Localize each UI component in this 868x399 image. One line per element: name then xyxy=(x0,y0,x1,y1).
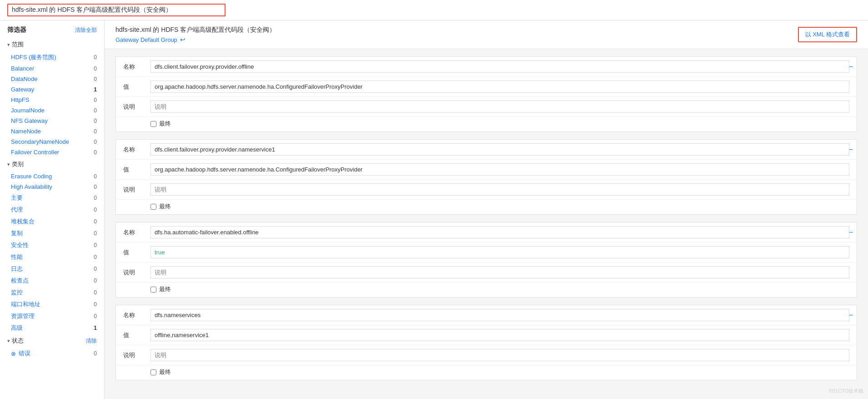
sidebar-item-label: HDFS (服务范围) xyxy=(11,53,56,61)
sidebar-item-count: 0 xyxy=(90,118,97,124)
config-final-row-2: 最终 xyxy=(116,200,857,214)
sidebar-item-log[interactable]: 日志 0 xyxy=(0,263,104,275)
sidebar-item-count: 0 xyxy=(90,195,97,201)
desc-input-3[interactable] xyxy=(151,266,849,278)
sidebar-item-label: JournalNode xyxy=(11,107,45,114)
final-checkbox-2[interactable] xyxy=(151,204,156,210)
page-title-input[interactable] xyxy=(7,4,226,16)
sidebar-item-label: Gateway xyxy=(11,86,34,93)
value-label-1: 值 xyxy=(123,83,151,91)
desc-input-2[interactable] xyxy=(151,183,849,196)
sidebar-item-advanced[interactable]: 高级 1 xyxy=(0,322,104,334)
sidebar-item-count: 0 xyxy=(90,139,97,145)
value-label-2: 值 xyxy=(123,166,151,174)
status-label: 状态 xyxy=(12,337,24,345)
sidebar-item-namenode[interactable]: NameNode 0 xyxy=(0,126,104,136)
value-input-4[interactable] xyxy=(151,329,849,341)
status-section-title: ▾ 状态 xyxy=(7,337,24,345)
sidebar-item-label: 安全性 xyxy=(11,241,29,249)
sidebar-item-count: 0 xyxy=(90,301,97,308)
status-error-label: 错误 xyxy=(19,349,30,358)
final-checkbox-3[interactable] xyxy=(151,287,156,293)
sidebar-item-stack[interactable]: 堆栈集合 0 xyxy=(0,216,104,227)
sidebar-item-count: 0 xyxy=(90,254,97,260)
config-entries: 名称 − 值 说明 最终 xyxy=(105,49,868,395)
config-final-row-1: 最终 xyxy=(116,117,857,131)
config-value-row-2: 值 xyxy=(116,160,857,180)
scope-label: 范围 xyxy=(12,40,24,49)
sidebar-item-secondary-namenode[interactable]: SecondaryNameNode 0 xyxy=(0,136,104,147)
desc-input-4[interactable] xyxy=(151,349,849,361)
config-final-row-3: 最终 xyxy=(116,283,857,297)
sidebar-item-balancer[interactable]: Balancer 0 xyxy=(0,63,104,74)
config-name-row-3: 名称 − xyxy=(116,222,857,242)
final-checkbox-4[interactable] xyxy=(151,369,156,375)
config-value-row-3: 值 xyxy=(116,242,857,263)
value-input-2[interactable] xyxy=(151,163,849,176)
sidebar-item-performance[interactable]: 性能 0 xyxy=(0,251,104,263)
sidebar: 筛选器 清除全部 ▾ 范围 HDFS (服务范围) 0 Balancer 0 D… xyxy=(0,20,105,399)
sidebar-item-count: 0 xyxy=(90,66,97,72)
sidebar-item-error[interactable]: ⊗ 错误 0 xyxy=(0,348,104,359)
desc-input-1[interactable] xyxy=(151,101,849,113)
sidebar-item-label: 复制 xyxy=(11,229,23,237)
name-label-3: 名称 xyxy=(123,228,151,237)
sidebar-item-ha[interactable]: High Availability 0 xyxy=(0,182,104,192)
config-entry-4: 名称 − 值 说明 最终 xyxy=(115,305,857,380)
status-clear-button[interactable]: 清除 xyxy=(86,337,97,345)
final-checkbox-1[interactable] xyxy=(151,121,156,127)
name-input-1[interactable] xyxy=(151,61,849,73)
config-value-row-1: 值 xyxy=(116,77,857,97)
sidebar-item-gateway[interactable]: Gateway 1 xyxy=(0,84,104,95)
sidebar-item-label: SecondaryNameNode xyxy=(11,138,69,145)
value-label-3: 值 xyxy=(123,248,151,257)
value-input-1[interactable] xyxy=(151,81,849,93)
desc-label-4: 说明 xyxy=(123,351,151,359)
config-desc-row-4: 说明 xyxy=(116,345,857,365)
sidebar-item-failover-controller[interactable]: Failover Controller 0 xyxy=(0,147,104,157)
sidebar-item-label: 日志 xyxy=(11,265,23,273)
sidebar-item-proxy[interactable]: 代理 0 xyxy=(0,204,104,216)
config-desc-row-2: 说明 xyxy=(116,180,857,200)
value-label-4: 值 xyxy=(123,331,151,339)
sidebar-item-nfs-gateway[interactable]: NFS Gateway 0 xyxy=(0,116,104,126)
sidebar-item-resource[interactable]: 资源管理 0 xyxy=(0,310,104,322)
xml-view-button[interactable]: 以 XML 格式查看 xyxy=(798,27,857,42)
sidebar-item-count: 0 xyxy=(90,278,97,284)
config-value-row-4: 值 xyxy=(116,325,857,345)
sidebar-item-count: 0 xyxy=(90,266,97,272)
delete-button-1[interactable]: − xyxy=(849,63,853,71)
sidebar-item-count: 1 xyxy=(90,86,97,93)
status-error-count: 0 xyxy=(90,350,97,357)
sidebar-item-label: HttpFS xyxy=(11,96,29,103)
name-input-3[interactable] xyxy=(151,226,849,238)
sidebar-item-label: Balancer xyxy=(11,65,34,72)
sidebar-item-replication[interactable]: 复制 0 xyxy=(0,227,104,239)
sidebar-item-checkpoint[interactable]: 检查点 0 xyxy=(0,275,104,287)
sidebar-item-monitor[interactable]: 监控 0 xyxy=(0,287,104,298)
name-input-4[interactable] xyxy=(151,309,849,321)
sidebar-item-count: 0 xyxy=(90,313,97,319)
sidebar-item-erasure[interactable]: Erasure Coding 0 xyxy=(0,171,104,182)
category-section-title: ▾ 类别 xyxy=(0,157,104,171)
delete-button-3[interactable]: − xyxy=(849,229,853,236)
content-header-left: hdfs-site.xml 的 HDFS 客户端高级配置代码段（安全阀） Gat… xyxy=(115,26,276,43)
delete-button-2[interactable]: − xyxy=(849,146,853,153)
clear-all-button[interactable]: 清除全部 xyxy=(75,26,97,34)
sidebar-item-ports[interactable]: 端口和地址 0 xyxy=(0,298,104,310)
sidebar-item-count: 0 xyxy=(90,289,97,296)
sidebar-item-datanode[interactable]: DataNode 0 xyxy=(0,74,104,84)
error-icon: ⊗ xyxy=(11,350,16,357)
sidebar-item-httpfs[interactable]: HttpFS 0 xyxy=(0,95,104,105)
status-section-header: ▾ 状态 清除 xyxy=(0,334,104,348)
sidebar-item-count: 0 xyxy=(90,230,97,237)
sidebar-item-security[interactable]: 安全性 0 xyxy=(0,239,104,251)
delete-button-4[interactable]: − xyxy=(849,312,853,319)
main-layout: 筛选器 清除全部 ▾ 范围 HDFS (服务范围) 0 Balancer 0 D… xyxy=(0,20,868,399)
sidebar-item-hdfs-service[interactable]: HDFS (服务范围) 0 xyxy=(0,51,104,63)
sidebar-item-journalnode[interactable]: JournalNode 0 xyxy=(0,105,104,116)
value-input-3[interactable] xyxy=(151,246,849,258)
name-input-2[interactable] xyxy=(151,143,849,156)
final-label-3: 最终 xyxy=(159,285,171,293)
sidebar-item-primary[interactable]: 主要 0 xyxy=(0,192,104,204)
